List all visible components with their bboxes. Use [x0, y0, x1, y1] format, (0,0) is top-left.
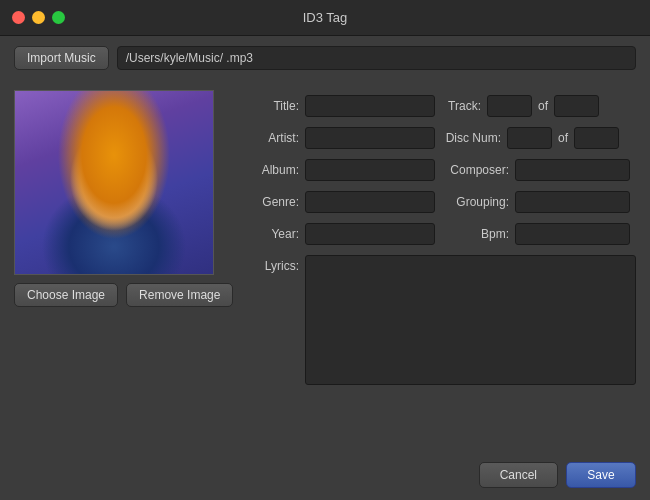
left-panel: Choose Image Remove Image — [14, 90, 224, 385]
track-input[interactable] — [487, 95, 532, 117]
close-button[interactable] — [12, 11, 25, 24]
composer-input[interactable] — [515, 159, 630, 181]
cancel-button[interactable]: Cancel — [479, 462, 558, 488]
lyrics-textarea[interactable] — [305, 255, 636, 385]
genre-input[interactable] — [305, 191, 435, 213]
composer-label: Composer: — [441, 163, 509, 177]
year-input[interactable] — [305, 223, 435, 245]
grouping-input[interactable] — [515, 191, 630, 213]
track-label: Track: — [441, 99, 481, 113]
right-panel: Title: Track: of Artist: Disc Num: of Al… — [244, 90, 636, 385]
album-input[interactable] — [305, 159, 435, 181]
year-label: Year: — [244, 227, 299, 241]
traffic-lights — [12, 11, 65, 24]
disc-of-text: of — [558, 131, 568, 145]
title-label: Title: — [244, 99, 299, 113]
artist-input[interactable] — [305, 127, 435, 149]
minimize-button[interactable] — [32, 11, 45, 24]
save-button[interactable]: Save — [566, 462, 636, 488]
lyrics-section: Lyrics: — [244, 250, 636, 385]
album-label: Album: — [244, 163, 299, 177]
bpm-label: Bpm: — [441, 227, 509, 241]
track-of-input[interactable] — [554, 95, 599, 117]
image-buttons: Choose Image Remove Image — [14, 283, 233, 307]
bpm-input[interactable] — [515, 223, 630, 245]
toolbar: Import Music /Users/kyle/Music/ .mp3 — [0, 36, 650, 80]
file-path-display: /Users/kyle/Music/ .mp3 — [117, 46, 636, 70]
main-content: Choose Image Remove Image Title: Track: … — [0, 80, 650, 395]
choose-image-button[interactable]: Choose Image — [14, 283, 118, 307]
remove-image-button[interactable]: Remove Image — [126, 283, 233, 307]
grouping-label: Grouping: — [441, 195, 509, 209]
disc-of-input[interactable] — [574, 127, 619, 149]
title-bar: ID3 Tag — [0, 0, 650, 36]
bottom-bar: Cancel Save — [479, 462, 636, 488]
genre-label: Genre: — [244, 195, 299, 209]
title-input[interactable] — [305, 95, 435, 117]
disc-num-input[interactable] — [507, 127, 552, 149]
maximize-button[interactable] — [52, 11, 65, 24]
album-art-container — [14, 90, 214, 275]
disc-num-label: Disc Num: — [441, 131, 501, 145]
track-of-text: of — [538, 99, 548, 113]
lyrics-label: Lyrics: — [244, 255, 299, 273]
import-music-button[interactable]: Import Music — [14, 46, 109, 70]
artist-label: Artist: — [244, 131, 299, 145]
window-title: ID3 Tag — [303, 10, 348, 25]
album-art-image — [15, 91, 213, 274]
